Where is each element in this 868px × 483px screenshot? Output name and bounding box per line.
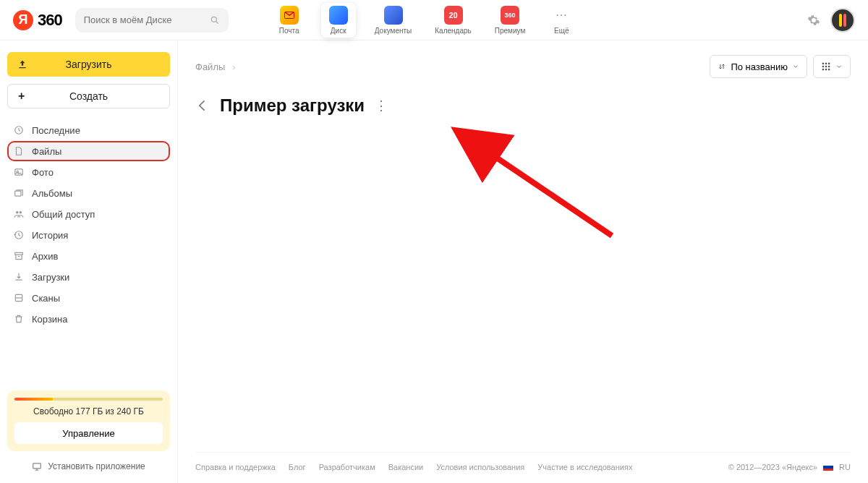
app-mail[interactable]: Почта xyxy=(272,3,307,38)
chevron-down-icon xyxy=(792,63,799,70)
manage-button[interactable]: Управление xyxy=(14,422,163,444)
svg-rect-11 xyxy=(33,463,41,469)
nav-albums[interactable]: Альбомы xyxy=(7,183,170,203)
logo[interactable]: Я 360 xyxy=(13,10,62,30)
nav-label: Сканы xyxy=(32,293,60,304)
app-disk[interactable]: Диск xyxy=(321,3,356,38)
chevron-down-icon xyxy=(835,63,843,70)
upload-label: Загрузить xyxy=(66,59,112,70)
calendar-icon: 20 xyxy=(444,6,463,25)
lang[interactable]: RU xyxy=(839,463,851,471)
sort-label: По названию xyxy=(731,61,788,72)
svg-point-7 xyxy=(16,211,19,214)
nav-label: Корзина xyxy=(32,314,68,325)
nav-photo[interactable]: Фото xyxy=(7,162,170,182)
nav-label: История xyxy=(32,230,68,241)
share-icon xyxy=(13,208,25,220)
search-icon xyxy=(210,15,220,25)
nav-archive[interactable]: Архив xyxy=(7,246,170,266)
back-button[interactable] xyxy=(195,98,210,113)
sidebar-bottom: Свободно 177 ГБ из 240 ГБ Управление Уст… xyxy=(7,390,170,474)
install-icon xyxy=(32,461,42,471)
svg-rect-14 xyxy=(828,63,830,64)
svg-rect-18 xyxy=(822,69,824,70)
nav-label: Последние xyxy=(32,125,80,136)
nav-list: Последние Файлы Фото Альбомы Общий досту… xyxy=(7,120,170,330)
upload-icon xyxy=(17,59,27,69)
storage-box: Свободно 177 ГБ из 240 ГБ Управление xyxy=(7,390,170,451)
settings-icon[interactable] xyxy=(807,14,820,27)
history-icon xyxy=(13,229,25,241)
premium-icon: 360 xyxy=(501,6,519,25)
footer-link[interactable]: Участие в исследованиях xyxy=(537,463,632,471)
sort-icon xyxy=(718,62,726,71)
docs-icon xyxy=(384,6,403,25)
svg-point-8 xyxy=(20,211,22,214)
footer-link[interactable]: Условия использования xyxy=(436,463,524,471)
nav-label: Фото xyxy=(32,167,54,178)
logo-icon: Я xyxy=(13,10,33,30)
header-right xyxy=(807,8,855,33)
top-controls: По названию xyxy=(710,55,851,78)
sort-button[interactable]: По названию xyxy=(710,55,807,78)
search-box[interactable] xyxy=(75,8,229,33)
svg-rect-16 xyxy=(825,66,827,67)
scans-icon xyxy=(13,292,25,304)
breadcrumb-sep: › xyxy=(232,61,235,72)
footer-link[interactable]: Вакансии xyxy=(388,463,424,471)
svg-rect-6 xyxy=(15,191,21,196)
app-premium[interactable]: 360 Премиум xyxy=(490,3,530,38)
nav-label: Файлы xyxy=(32,146,61,157)
search-input[interactable] xyxy=(84,14,205,25)
nav-label: Загрузки xyxy=(32,272,69,283)
flag-icon xyxy=(823,463,833,471)
grid-icon xyxy=(821,61,831,72)
footer-link[interactable]: Блог xyxy=(289,463,306,471)
app-label: Календарь xyxy=(435,27,471,35)
download-icon xyxy=(13,271,25,283)
logo-text: 360 xyxy=(38,11,62,30)
svg-line-22 xyxy=(489,153,612,236)
svg-rect-15 xyxy=(822,66,824,67)
create-button[interactable]: + Создать xyxy=(7,84,170,108)
svg-rect-12 xyxy=(822,63,824,64)
storage-progress xyxy=(14,398,163,401)
footer-link[interactable]: Справка и поддержка xyxy=(195,463,276,471)
svg-rect-20 xyxy=(828,69,830,70)
nav-history[interactable]: История xyxy=(7,225,170,245)
svg-line-1 xyxy=(216,21,218,23)
breadcrumb-root[interactable]: Файлы xyxy=(195,61,225,72)
nav-scans[interactable]: Сканы xyxy=(7,288,170,308)
app-label: Документы xyxy=(375,27,412,35)
albums-icon xyxy=(13,187,25,199)
nav-label: Общий доступ xyxy=(32,209,95,220)
app-more[interactable]: ⋯ Ещё xyxy=(544,3,579,38)
body: Загрузить + Создать Последние Файлы Фото… xyxy=(0,40,868,483)
app-calendar[interactable]: 20 Календарь xyxy=(430,3,475,38)
upload-button[interactable]: Загрузить xyxy=(7,52,170,77)
annotation-arrow xyxy=(395,113,626,257)
svg-rect-17 xyxy=(828,66,830,67)
nav-shared[interactable]: Общий доступ xyxy=(7,204,170,224)
nav-label: Архив xyxy=(32,251,58,262)
svg-rect-13 xyxy=(825,63,827,64)
more-actions[interactable]: ⋮ xyxy=(375,98,388,114)
nav-files[interactable]: Файлы xyxy=(7,141,170,161)
install-app-link[interactable]: Установить приложение xyxy=(7,458,170,474)
trash-icon xyxy=(13,313,25,325)
app-label: Диск xyxy=(331,27,346,35)
app-documents[interactable]: Документы xyxy=(370,3,417,38)
nav-downloads[interactable]: Загрузки xyxy=(7,267,170,287)
photo-icon xyxy=(13,166,25,178)
avatar[interactable] xyxy=(830,8,855,33)
more-icon: ⋯ xyxy=(552,6,571,25)
view-toggle[interactable] xyxy=(813,55,851,78)
app-label: Ещё xyxy=(554,27,569,35)
plus-icon: + xyxy=(18,90,25,103)
app-label: Почта xyxy=(279,27,299,35)
nav-recent[interactable]: Последние xyxy=(7,120,170,140)
nav-trash[interactable]: Корзина xyxy=(7,309,170,329)
footer-link[interactable]: Разработчикам xyxy=(319,463,375,471)
storage-text: Свободно 177 ГБ из 240 ГБ xyxy=(14,406,163,416)
breadcrumb[interactable]: Файлы › xyxy=(195,61,239,72)
